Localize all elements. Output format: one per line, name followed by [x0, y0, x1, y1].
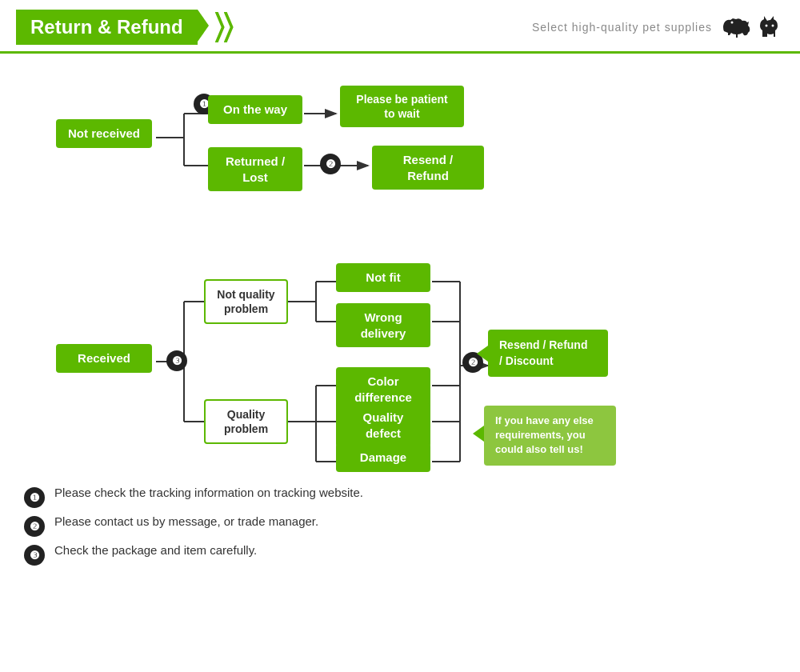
svg-point-2: [772, 25, 774, 27]
header: Return & Refund Select high-quality pet …: [0, 0, 800, 54]
legend-circle-2: ❷: [24, 516, 45, 537]
patient-wait-label: Please be patientto wait: [340, 86, 464, 127]
damage-box: Damage: [336, 443, 430, 472]
circle-number-3: ❸: [166, 350, 187, 371]
dog-icon: [720, 15, 752, 39]
legend-circle-3: ❸: [24, 545, 45, 566]
legend-text-2: Please contact us by message, or trade m…: [54, 514, 318, 528]
header-right: Select high-quality pet supplies: [532, 14, 784, 40]
quality-defect-box: Quality defect: [336, 403, 430, 447]
received-box: Received: [56, 344, 152, 373]
title-box: Return & Refund: [16, 10, 198, 45]
wrong-delivery-box: Wrong delivery: [336, 303, 430, 347]
circle-2-top: ❷: [320, 154, 341, 174]
wrong-delivery-label: Wrong delivery: [336, 303, 430, 347]
on-the-way-label: On the way: [208, 95, 302, 124]
not-received-box: Not received: [56, 119, 152, 148]
quality-defect-label: Quality defect: [336, 403, 430, 447]
resend-refund-top-label: Resend / Refund: [372, 146, 484, 190]
not-quality-problem-box: Not qualityproblem: [204, 279, 288, 324]
resend-refund-discount-label: Resend / Refund/ Discount: [488, 330, 608, 377]
not-quality-problem-label: Not qualityproblem: [204, 279, 288, 324]
tagline: Select high-quality pet supplies: [532, 21, 712, 34]
extra-note-label: If you have any elserequirements, youcou…: [484, 406, 616, 466]
svg-point-1: [766, 25, 768, 27]
quality-problem-label: Qualityproblem: [204, 399, 288, 444]
damage-label: Damage: [336, 443, 430, 472]
not-received-label: Not received: [56, 119, 152, 148]
on-the-way-box: On the way: [208, 95, 302, 124]
chevron-decoration: [215, 12, 234, 42]
circle-number-2-top: ❷: [320, 154, 341, 174]
diagram-area: Not received ❶ On the way Returned / Los…: [24, 54, 776, 502]
returned-lost-box: Returned / Lost: [208, 147, 302, 191]
pet-icons: [720, 14, 784, 40]
page-title: Return & Refund: [30, 16, 183, 38]
resend-refund-discount-box: Resend / Refund/ Discount: [488, 330, 608, 377]
returned-lost-label: Returned / Lost: [208, 147, 302, 191]
legend-item-3: ❸ Check the package and item carefully.: [24, 543, 776, 566]
resend-refund-top-box: Resend / Refund: [372, 146, 484, 190]
received-label: Received: [56, 344, 152, 373]
circle-3: ❸: [166, 350, 187, 371]
cat-icon: [756, 14, 784, 40]
not-fit-box: Not fit: [336, 263, 430, 292]
not-fit-label: Not fit: [336, 263, 430, 292]
legend-text-3: Check the package and item carefully.: [54, 543, 257, 557]
patient-wait-box: Please be patientto wait: [340, 86, 464, 127]
svg-point-0: [731, 22, 734, 24]
legend-item-2: ❷ Please contact us by message, or trade…: [24, 514, 776, 537]
quality-problem-box: Qualityproblem: [204, 399, 288, 444]
extra-note-box: If you have any elserequirements, youcou…: [484, 406, 616, 466]
